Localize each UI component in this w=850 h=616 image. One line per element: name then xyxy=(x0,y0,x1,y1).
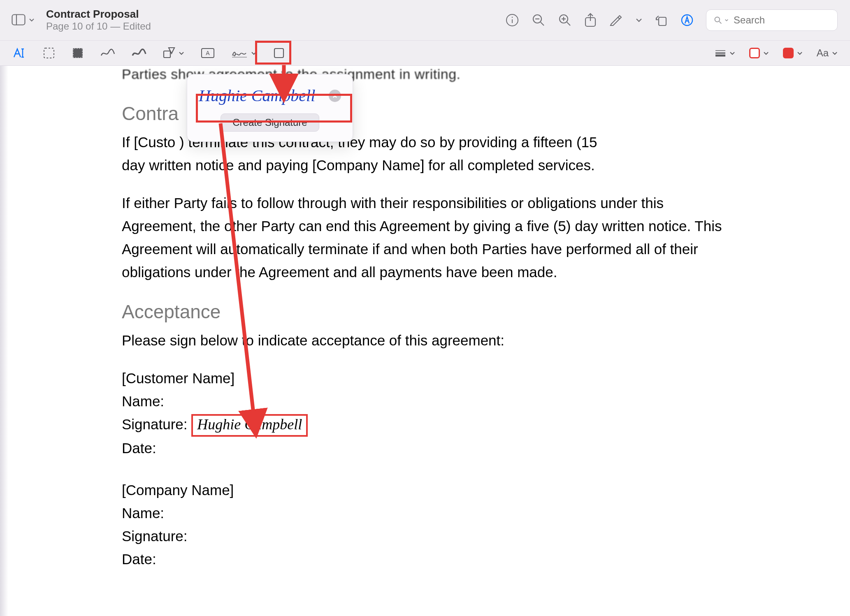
svg-text:A: A xyxy=(206,50,210,56)
selection-tool-icon[interactable] xyxy=(43,47,55,59)
svg-rect-0 xyxy=(12,15,25,25)
rotate-icon[interactable] xyxy=(655,14,668,27)
zoom-in-icon[interactable] xyxy=(558,13,572,27)
svg-rect-24 xyxy=(164,51,170,58)
customer-date-label: Date: xyxy=(122,437,156,460)
chevron-down-icon xyxy=(832,50,838,56)
zoom-out-icon[interactable] xyxy=(532,13,546,27)
font-style-label: Aa xyxy=(817,47,829,59)
paragraph-termination-2d: obligations under the Agreement and all … xyxy=(122,261,850,284)
textbox-tool-icon[interactable]: A xyxy=(201,48,215,58)
draw-tool-icon[interactable] xyxy=(132,48,146,58)
saved-signature-name[interactable]: Hughie Campbell xyxy=(199,86,315,105)
paragraph-termination-1b: day written notice and paying [Company N… xyxy=(122,154,850,177)
stroke-color-dropdown[interactable] xyxy=(749,48,769,58)
svg-rect-29 xyxy=(274,49,283,58)
chevron-down-icon xyxy=(729,50,735,56)
paragraph-termination-2b: Agreement, the other Party can end this … xyxy=(122,215,850,238)
company-name-label: Name: xyxy=(122,502,164,525)
company-block-title: [Company Name] xyxy=(122,479,850,502)
customer-signature-block: [Customer Name] Name: Signature: Hughie … xyxy=(122,367,850,460)
fill-color-dropdown[interactable] xyxy=(783,48,803,58)
font-style-dropdown[interactable]: Aa xyxy=(817,47,838,59)
chevron-down-icon xyxy=(179,50,184,56)
info-icon[interactable] xyxy=(505,13,519,27)
sketch-tool-icon[interactable] xyxy=(100,48,115,58)
svg-rect-22 xyxy=(73,48,83,58)
page-edge xyxy=(0,66,8,616)
placed-signature-highlight[interactable]: Hughie Campbell xyxy=(191,414,308,437)
heading-acceptance: Acceptance xyxy=(122,300,850,323)
placed-signature[interactable]: Hughie Campbell xyxy=(197,416,302,433)
fill-color-swatch xyxy=(783,48,794,58)
line-style-dropdown[interactable] xyxy=(715,49,735,57)
sign-tool-icon[interactable] xyxy=(231,48,257,58)
company-signature-label: Signature: xyxy=(122,525,188,548)
customer-signature-label: Signature: xyxy=(122,413,188,436)
company-signature-block: [Company Name] Name: Signature: Date: xyxy=(122,479,850,571)
customer-name-label: Name: xyxy=(122,390,164,413)
chevron-down-icon xyxy=(797,50,803,56)
document-subtitle: Page 10 of 10 — Edited xyxy=(46,21,151,32)
svg-point-16 xyxy=(715,17,720,22)
svg-line-17 xyxy=(719,21,721,23)
sidebar-toggle-button[interactable] xyxy=(12,14,35,25)
document-canvas[interactable]: Parties show agreement to the assignment… xyxy=(0,66,850,616)
chevron-down-icon xyxy=(725,18,729,23)
customer-block-title: [Customer Name] xyxy=(122,367,850,390)
svg-rect-21 xyxy=(44,48,54,58)
paragraph-acceptance-intro: Please sign below to indicate acceptance… xyxy=(122,329,850,352)
paragraph-termination-2c: Agreement will automatically terminate i… xyxy=(122,238,850,261)
shapes-tool-icon[interactable] xyxy=(163,47,184,59)
chevron-down-icon xyxy=(251,50,257,56)
markup-toggle-icon[interactable] xyxy=(609,13,623,27)
saved-signature-row[interactable]: Hughie Campbell xyxy=(197,83,343,111)
titlebar: Contract Proposal Page 10 of 10 — Edited xyxy=(0,0,850,40)
markup-toolbar: A xyxy=(0,40,850,66)
svg-line-6 xyxy=(541,22,544,25)
text-tool-icon[interactable] xyxy=(12,47,26,59)
share-icon[interactable] xyxy=(584,13,597,28)
search-icon xyxy=(714,15,722,25)
delete-signature-button[interactable] xyxy=(329,90,341,102)
svg-rect-14 xyxy=(659,17,666,25)
note-tool-icon[interactable] xyxy=(273,47,285,59)
chevron-down-icon[interactable] xyxy=(635,16,643,24)
create-signature-button[interactable]: Create Signature xyxy=(221,113,319,132)
search-input[interactable] xyxy=(733,14,830,26)
search-field[interactable] xyxy=(706,9,838,31)
close-icon xyxy=(332,93,338,99)
paragraph-termination-2a: If either Party fails to follow through … xyxy=(122,192,850,215)
document-title-block: Contract Proposal Page 10 of 10 — Edited xyxy=(46,8,151,32)
company-date-label: Date: xyxy=(122,548,156,571)
signature-popover: Hughie Campbell Create Signature xyxy=(187,74,353,142)
redact-tool-icon[interactable] xyxy=(72,47,84,59)
svg-line-9 xyxy=(567,22,570,25)
chevron-down-icon xyxy=(763,50,769,56)
svg-point-4 xyxy=(512,16,513,18)
document-title: Contract Proposal xyxy=(46,8,151,21)
stroke-color-swatch xyxy=(749,48,760,58)
annotations-icon[interactable] xyxy=(680,14,694,27)
